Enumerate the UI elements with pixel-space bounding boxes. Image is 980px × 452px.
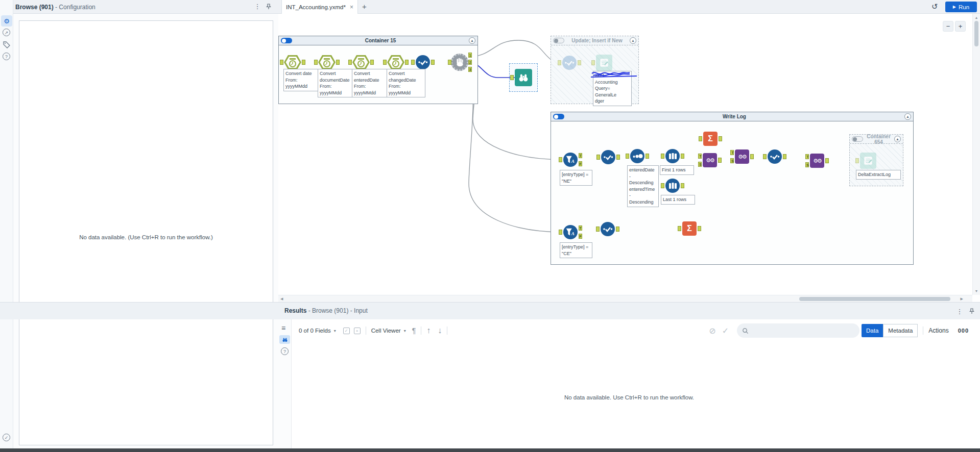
output-anchor[interactable] [681, 183, 684, 188]
false-anchor[interactable]: F [579, 234, 582, 239]
output-anchor[interactable] [302, 60, 305, 65]
macro-tool[interactable]: 1 2 3 [451, 54, 468, 71]
scroll-up-icon[interactable]: ▲ [973, 16, 980, 19]
run-history-icon[interactable]: ↺ [931, 2, 938, 11]
output-anchor[interactable] [616, 155, 620, 160]
data-cleansing-tool[interactable] [601, 150, 615, 164]
input-anchor[interactable] [661, 154, 664, 159]
output-data-tool-disabled[interactable] [596, 55, 612, 71]
sample-tool-last[interactable] [665, 179, 680, 193]
zoom-in-button[interactable]: + [955, 21, 966, 32]
join-macro-tool[interactable]: ⚙⚙ T S [810, 154, 824, 168]
input-anchor[interactable] [763, 154, 767, 159]
scrollbar-thumb[interactable] [974, 21, 978, 46]
pilcrow-icon[interactable]: ¶ [412, 327, 416, 335]
kebab-menu-icon[interactable]: ⋮ [254, 3, 261, 10]
input-anchor[interactable] [661, 183, 664, 188]
no-apply-icon[interactable]: ⊘ [709, 326, 715, 336]
scroll-left-icon[interactable]: ◀ [280, 297, 283, 301]
arrow-up-icon[interactable]: ↑ [426, 326, 431, 335]
output-anchor[interactable] [698, 226, 701, 231]
canvas-vertical-scrollbar[interactable]: ▲ ▼ [972, 14, 980, 295]
select-all-icon[interactable]: ✓ [343, 328, 350, 334]
new-tab-icon[interactable]: + [362, 2, 367, 11]
actions-menu[interactable]: Actions [928, 327, 948, 334]
collapse-icon[interactable]: ▲ [630, 37, 636, 44]
container-toggle[interactable] [553, 38, 564, 43]
tool-annotation[interactable]: Convert changedDate From: yyyyMMdd [387, 69, 425, 97]
browse-view-icon[interactable] [279, 335, 290, 344]
tool-annotation[interactable]: Convert date From: yyyyMMdd [283, 69, 321, 91]
output-anchor[interactable] [681, 154, 684, 159]
output-anchor-2[interactable]: 2 [468, 60, 472, 65]
close-icon[interactable]: × [350, 4, 353, 11]
apply-check-icon[interactable]: ✓ [722, 326, 729, 336]
container-toggle[interactable] [281, 38, 292, 43]
summarize-tool[interactable]: Σ [682, 221, 697, 236]
input-anchor[interactable] [411, 60, 415, 65]
tool-annotation[interactable]: [entryType] = "CE" [560, 242, 592, 258]
input-anchor[interactable] [591, 60, 595, 65]
summarize-tool[interactable]: Σ [703, 132, 718, 146]
data-cleansing-tool[interactable] [768, 149, 782, 164]
sort-tool[interactable] [630, 149, 644, 163]
output-anchor[interactable] [578, 60, 581, 65]
input-anchor[interactable] [596, 155, 600, 160]
input-anchor[interactable] [314, 60, 318, 65]
tool-annotation[interactable]: Convert enteredDate From: yyyyMMdd [352, 69, 390, 97]
input-anchor[interactable] [678, 226, 681, 231]
output-anchor[interactable] [719, 136, 722, 141]
output-anchor[interactable] [825, 158, 829, 163]
scroll-down-icon[interactable]: ▼ [973, 289, 980, 293]
tab-int-accounting[interactable]: INT_Accounting.yxmd* × [281, 0, 358, 14]
collapse-icon[interactable]: ▲ [469, 37, 475, 44]
output-anchor[interactable] [783, 154, 786, 159]
output-anchor[interactable] [646, 154, 649, 159]
filter-tool[interactable]: A T F [563, 225, 578, 239]
input-anchor-t[interactable]: T [698, 154, 702, 159]
output-anchor-3[interactable]: 3 [468, 67, 472, 72]
input-anchor[interactable] [510, 75, 514, 80]
search-input[interactable] [752, 328, 849, 334]
input-anchor[interactable] [448, 60, 451, 65]
output-anchor[interactable] [750, 154, 754, 159]
input-anchor[interactable] [383, 60, 387, 65]
input-anchor[interactable] [596, 227, 600, 232]
input-anchor[interactable] [558, 60, 561, 65]
results-search[interactable] [737, 323, 859, 338]
input-anchor-s[interactable]: S [730, 158, 734, 163]
run-button[interactable]: ▶ Run [945, 2, 977, 12]
scroll-right-icon[interactable]: ▶ [961, 297, 963, 301]
tool-annotation[interactable]: Last 1 rows [661, 195, 695, 205]
input-anchor[interactable] [348, 60, 352, 65]
data-cleansing-tool[interactable] [601, 222, 615, 236]
output-anchor-1[interactable]: 1 [468, 53, 472, 58]
output-anchor[interactable] [405, 60, 409, 65]
output-anchor[interactable] [616, 227, 619, 232]
tool-annotation[interactable]: [entryType] = "NE" [560, 170, 592, 186]
container-toggle[interactable] [852, 136, 863, 142]
input-anchor-t[interactable]: T [730, 150, 734, 155]
collapse-icon[interactable]: ▲ [904, 113, 911, 120]
data-cleansing-tool[interactable] [416, 55, 430, 69]
join-macro-tool[interactable]: ⚙⚙ T S [735, 149, 749, 164]
pin-icon[interactable] [968, 308, 975, 315]
browse-tool[interactable] [515, 69, 532, 86]
input-anchor-s[interactable]: S [698, 162, 702, 167]
container-toggle[interactable] [553, 114, 564, 119]
output-anchor[interactable] [336, 60, 340, 65]
true-anchor[interactable]: T [579, 225, 582, 231]
metadata-tab-button[interactable]: Metadata [883, 324, 918, 337]
cell-viewer-selector[interactable]: Cell Viewer [371, 328, 401, 334]
input-anchor-t[interactable]: T [805, 154, 809, 159]
input-anchor[interactable] [699, 136, 702, 141]
tag-icon[interactable] [3, 41, 11, 49]
output-anchor[interactable] [718, 158, 722, 163]
true-anchor[interactable]: T [579, 153, 582, 158]
fields-selector[interactable]: 0 of 0 Fields [299, 328, 331, 334]
configuration-tab-icon[interactable]: ⚙ [1, 15, 12, 27]
output-anchor[interactable] [431, 60, 435, 65]
tool-annotation[interactable]: DeltaExtractLog [856, 170, 901, 180]
output-anchor[interactable] [370, 60, 374, 65]
tool-annotation[interactable]: Convert documentDate From: yyyyMMdd [318, 69, 356, 97]
